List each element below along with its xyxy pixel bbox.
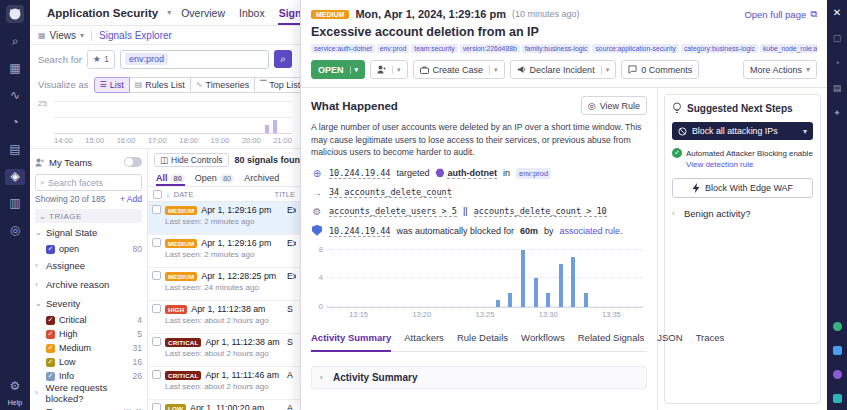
event-text[interactable]: 10.244.19.44 xyxy=(329,168,390,179)
tag-source-application-security[interactable]: source:application-security xyxy=(592,44,678,53)
dashboards-icon[interactable]: ▥ xyxy=(5,196,25,212)
chart-plot[interactable]: 048 xyxy=(327,250,643,308)
help-label[interactable]: Help xyxy=(8,399,22,406)
viz-option-top-list[interactable]: ▔Top List xyxy=(255,77,306,93)
close-panel-icon[interactable]: ✕ xyxy=(833,7,841,18)
service-name[interactable]: auth-dotnet xyxy=(435,168,497,178)
signals-explorer-link[interactable]: Signals Explorer xyxy=(99,30,172,41)
select-all-checkbox[interactable] xyxy=(153,190,162,199)
row-checkbox[interactable] xyxy=(152,271,161,280)
date-column-header[interactable]: DATE xyxy=(174,190,193,199)
facet-section-signal-state[interactable]: ⌄Signal State xyxy=(35,223,142,242)
logs-icon[interactable]: ▤ xyxy=(5,142,25,158)
hide-controls-button[interactable]: ◫ Hide Controls xyxy=(154,153,229,167)
event-text[interactable]: accounts_delete_users > 5 xyxy=(329,206,457,217)
my-teams-filter[interactable]: My Teams xyxy=(35,153,142,171)
settings-gear-icon[interactable]: ⚙ xyxy=(5,379,25,395)
chevron-down-icon[interactable]: ▾ xyxy=(167,8,171,17)
create-case-button[interactable]: Create Case ▾ xyxy=(413,60,505,79)
triage-section-header[interactable]: ⌄ TRIAGE xyxy=(35,209,142,223)
query-tag[interactable]: env:prod xyxy=(125,53,168,65)
rail-star-icon[interactable]: ✦ xyxy=(833,108,841,118)
open-full-page-link[interactable]: Open full page ⧉ xyxy=(744,8,817,20)
signal-row[interactable]: HIGHApr 1, 11:12:38 amLast seen: about 2… xyxy=(148,301,300,334)
my-teams-toggle[interactable] xyxy=(124,157,142,167)
viz-option-rules-list[interactable]: ▤Rules List xyxy=(130,77,191,93)
panel-tab-workflows[interactable]: Workflows xyxy=(521,332,565,351)
facet-section-were-requests-blocked[interactable]: ›Were requests blocked? xyxy=(35,383,142,402)
tag-env-prod[interactable]: env:prod xyxy=(377,44,409,53)
infrastructure-icon[interactable]: ▦ xyxy=(5,61,25,77)
list-tab-open[interactable]: Open80 xyxy=(195,170,234,186)
apm-icon[interactable]: ◔ xyxy=(5,115,25,131)
app-icon-purple[interactable] xyxy=(833,370,842,379)
list-tab-archived[interactable]: Archived xyxy=(244,170,279,186)
viz-option-list[interactable]: ☰List xyxy=(94,77,130,93)
panel-tab-rule-details[interactable]: Rule Details xyxy=(457,332,508,351)
declare-incident-button[interactable]: Declare Incident ▾ xyxy=(510,60,617,79)
viz-option-timeseries[interactable]: ∿Timeseries xyxy=(191,77,255,93)
tag-service-auth-dotnet[interactable]: service:auth-dotnet xyxy=(311,44,375,53)
checkbox-icon[interactable]: ✓ xyxy=(46,316,55,325)
rail-list-icon[interactable]: ▤ xyxy=(833,83,842,93)
chevron-down-icon[interactable]: ▾ xyxy=(350,66,359,74)
signal-row[interactable]: MEDIUMApr 1, 1:29:16 pmLast seen: 2 minu… xyxy=(148,202,300,235)
app-icon-teal[interactable] xyxy=(833,394,842,403)
list-tab-all[interactable]: All80 xyxy=(156,170,185,186)
security-icon[interactable]: ◈ xyxy=(5,169,25,185)
checkbox-icon[interactable]: ✓ xyxy=(46,245,55,254)
add-facet-button[interactable]: + Add xyxy=(120,194,142,204)
block-attacking-ips-button[interactable]: Block all attacking IPs ▾ xyxy=(672,122,813,140)
associated-rule-link[interactable]: associated rule. xyxy=(560,226,623,236)
panel-tab-related-signals[interactable]: Related Signals xyxy=(578,332,645,351)
tag-version-226d488b[interactable]: version:226d488b xyxy=(460,44,520,53)
chevron-down-icon[interactable]: ▾ xyxy=(392,66,401,74)
search-options-button[interactable]: ⌕ xyxy=(274,50,292,68)
app-icon-blue[interactable] xyxy=(833,346,842,355)
app-title[interactable]: Application Security xyxy=(47,7,158,19)
more-actions-button[interactable]: More Actions ▾ xyxy=(743,60,817,79)
datadog-logo[interactable] xyxy=(6,5,24,23)
monitors-icon[interactable]: ◎ xyxy=(5,223,25,239)
facet-value-open[interactable]: ✓open80 xyxy=(35,242,142,256)
panel-tab-traces[interactable]: Traces xyxy=(696,332,725,351)
search-icon[interactable]: ⌕ xyxy=(5,34,25,50)
row-checkbox[interactable] xyxy=(152,304,161,313)
facet-value-critical[interactable]: ✓Critical4 xyxy=(35,313,142,327)
row-checkbox[interactable] xyxy=(152,205,161,214)
benign-activity-section[interactable]: › Benign activity? xyxy=(672,208,813,219)
row-checkbox[interactable] xyxy=(152,403,161,410)
event-text[interactable]: 34 accounts_delete_count xyxy=(329,187,452,198)
facet-value-low[interactable]: ✓Low16 xyxy=(35,355,142,369)
facet-search-input[interactable]: ⌕ Search facets xyxy=(35,174,142,191)
event-text[interactable]: 10.244.19.44 xyxy=(329,226,390,237)
signal-row[interactable]: MEDIUMApr 1, 1:29:16 pmLast seen: 2 minu… xyxy=(148,235,300,268)
view-detection-rule-link[interactable]: View detection rule xyxy=(686,160,813,169)
rail-grid-icon[interactable]: ▢ xyxy=(833,33,842,43)
saved-views-button[interactable]: ★ 1 xyxy=(87,50,115,69)
activity-summary-section-header[interactable]: › Activity Summary xyxy=(311,366,647,389)
status-open-button[interactable]: OPEN ▾ xyxy=(311,60,365,79)
checkbox-icon[interactable]: ✓ xyxy=(46,330,55,339)
event-text[interactable]: env:prod xyxy=(516,168,551,179)
checkbox-icon[interactable]: ✓ xyxy=(46,372,55,381)
assign-user-button[interactable]: ▾ xyxy=(370,60,408,79)
panel-tab-json[interactable]: JSON xyxy=(657,332,682,351)
facet-value-medium[interactable]: ✓Medium31 xyxy=(35,341,142,355)
signal-row[interactable]: CRITICALApr 1, 11:11:46 amLast seen: abo… xyxy=(148,367,300,400)
row-checkbox[interactable] xyxy=(152,238,161,247)
facet-section-severity[interactable]: ⌄Severity xyxy=(35,294,142,313)
checkbox-icon[interactable]: ✓ xyxy=(46,358,55,367)
facet-section-archive-reason[interactable]: ›Archive reason xyxy=(35,275,142,294)
facet-value-high[interactable]: ✓High5 xyxy=(35,327,142,341)
event-text[interactable]: accounts_delete_count > 10 xyxy=(474,206,607,217)
chevron-down-icon[interactable]: ▾ xyxy=(489,66,498,74)
comments-button[interactable]: 0 Comments xyxy=(621,60,699,79)
signal-row[interactable]: LOWApr 1, 11:00:20 amA xyxy=(148,400,300,410)
signal-row[interactable]: MEDIUMApr 1, 12:28:25 pmLast seen: 24 mi… xyxy=(148,268,300,301)
tab-overview[interactable]: Overview xyxy=(180,1,226,25)
checkbox-icon[interactable]: ✓ xyxy=(46,344,55,353)
row-checkbox[interactable] xyxy=(152,337,161,346)
tab-inbox[interactable]: Inbox xyxy=(238,1,266,25)
row-checkbox[interactable] xyxy=(152,370,161,379)
